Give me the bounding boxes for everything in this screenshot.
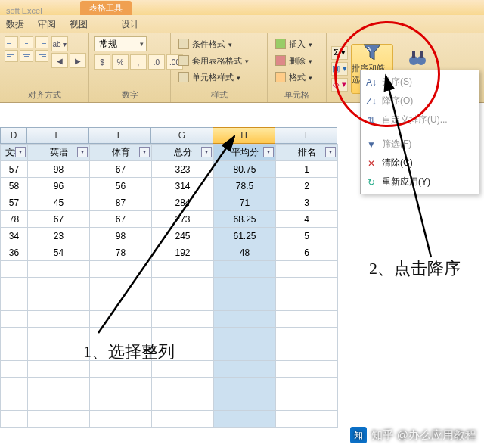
cell-styles-button[interactable]: 单元格样式 bbox=[175, 70, 252, 85]
group-styles: 条件格式 套用表格格式 单元格样式 样式 bbox=[171, 33, 268, 102]
annotation-arrow-1 bbox=[83, 129, 250, 341]
align-top-center[interactable] bbox=[20, 36, 33, 48]
conditional-format-button[interactable]: 条件格式 bbox=[175, 36, 252, 51]
col-header-I[interactable]: I bbox=[275, 127, 337, 144]
col-header-D[interactable]: D bbox=[0, 127, 27, 144]
zhihu-icon: 知 bbox=[350, 427, 367, 443]
delete-icon bbox=[275, 55, 286, 66]
accounting-format[interactable]: $ bbox=[94, 54, 110, 70]
tab-data[interactable]: 数据 bbox=[6, 18, 24, 31]
insert-icon bbox=[275, 39, 286, 49]
align-top-right[interactable] bbox=[35, 36, 48, 48]
cond-format-icon bbox=[178, 39, 189, 49]
group-number: 常规 $ % , .0 .00 数字 bbox=[89, 33, 171, 102]
group-label-styles: 样式 bbox=[175, 88, 262, 101]
app-name: soft Excel bbox=[6, 6, 42, 15]
increase-decimal[interactable]: .0 bbox=[148, 54, 165, 70]
group-label-number: 数字 bbox=[94, 88, 166, 101]
col-header-E[interactable]: E bbox=[27, 127, 89, 144]
group-cells: 插入 删除 格式 单元格 bbox=[268, 33, 327, 102]
percent-format[interactable]: % bbox=[112, 54, 129, 70]
delete-button[interactable]: 删除 bbox=[272, 53, 315, 68]
title-bar: soft Excel 表格工具 bbox=[0, 0, 484, 15]
format-button[interactable]: 格式 bbox=[272, 70, 315, 85]
group-label-alignment: 对齐方式 bbox=[5, 88, 84, 101]
annotation-arrow-2 bbox=[348, 68, 454, 265]
contextual-tab[interactable]: 表格工具 bbox=[80, 1, 132, 15]
insert-button[interactable]: 插入 bbox=[272, 36, 315, 51]
hdr-D[interactable]: 文学▾ bbox=[1, 145, 28, 161]
filter-arrow-icon[interactable]: ▾ bbox=[325, 147, 336, 157]
table-row[interactable] bbox=[1, 411, 338, 428]
group-label-cells: 单元格 bbox=[272, 88, 321, 101]
tab-design[interactable]: 设计 bbox=[121, 18, 139, 31]
hdr-I[interactable]: 排名▾ bbox=[276, 145, 338, 161]
annotation-2: 2、点击降序 bbox=[369, 257, 461, 280]
align-top-left[interactable] bbox=[5, 36, 18, 48]
tab-view[interactable]: 视图 bbox=[70, 18, 88, 31]
align-left[interactable] bbox=[5, 50, 18, 62]
decrease-indent[interactable]: ◀ bbox=[51, 53, 68, 68]
increase-indent[interactable]: ▶ bbox=[70, 53, 86, 68]
tab-review[interactable]: 审阅 bbox=[38, 18, 56, 31]
group-alignment: ab ▾ ◀ ▶ 对齐方式 bbox=[0, 33, 89, 102]
watermark: 知 知乎 @办么应用教程 bbox=[350, 427, 476, 443]
filter-arrow-icon[interactable]: ▾ bbox=[15, 147, 26, 157]
table-format-icon bbox=[178, 55, 189, 66]
align-right[interactable] bbox=[35, 50, 48, 62]
svg-line-5 bbox=[98, 136, 234, 333]
comma-format[interactable]: , bbox=[130, 54, 147, 70]
format-icon bbox=[275, 72, 286, 82]
table-row[interactable] bbox=[1, 394, 338, 411]
annotation-1: 1、选择整列 bbox=[83, 341, 175, 363]
align-center[interactable] bbox=[20, 50, 33, 62]
hdr-E[interactable]: 英语▾ bbox=[28, 145, 90, 161]
number-format-dropdown[interactable]: 常规 bbox=[94, 36, 147, 51]
filter-arrow-icon[interactable]: ▾ bbox=[263, 147, 274, 157]
alignment-buttons bbox=[5, 36, 48, 62]
table-row[interactable] bbox=[1, 378, 338, 394]
cell-style-icon bbox=[178, 72, 189, 82]
table-format-button[interactable]: 套用表格格式 bbox=[175, 53, 252, 68]
svg-line-6 bbox=[386, 76, 431, 257]
orientation-button[interactable]: ab ▾ bbox=[51, 36, 68, 51]
